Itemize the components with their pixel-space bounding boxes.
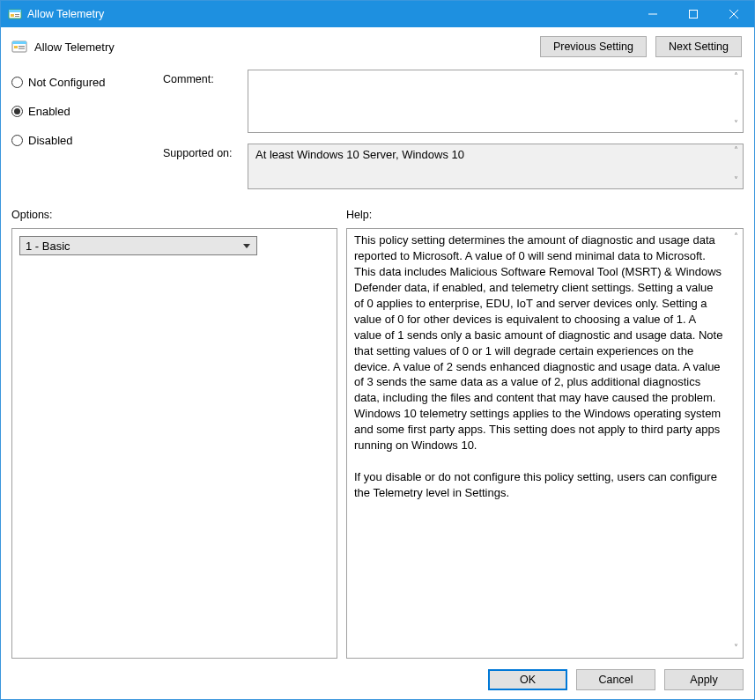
dropdown-value: 1 - Basic [26,239,70,253]
cancel-button[interactable]: Cancel [576,669,655,690]
maximize-button[interactable] [673,1,714,27]
button-row: OK Cancel Apply [11,659,744,690]
options-pane: 1 - Basic [11,228,337,659]
svg-rect-5 [690,11,698,18]
scroll-down-icon: ˅ [730,644,741,654]
help-text-p2: If you disable or do not configure this … [354,469,723,501]
radio-icon [11,77,23,88]
state-radio-group: Not Configured Enabled Disabled [11,70,163,189]
apply-button[interactable]: Apply [664,669,744,690]
app-icon [8,7,22,21]
radio-icon [11,135,23,146]
svg-rect-2 [11,14,14,17]
radio-not-configured[interactable]: Not Configured [11,76,163,89]
svg-rect-10 [19,48,25,49]
radio-label: Disabled [28,134,73,147]
window-title: Allow Telemetry [27,8,633,20]
upper-grid: Not Configured Enabled Disabled Comment:… [11,70,744,189]
supported-on-field: ˄ ˅ At least Windows 10 Server, Windows … [248,144,744,189]
minimize-button[interactable] [633,1,673,27]
policy-title: Allow Telemetry [34,41,540,54]
comment-label: Comment: [163,70,248,85]
scroll-down-icon: ˅ [730,176,741,187]
radio-label: Enabled [28,105,70,118]
radio-disabled[interactable]: Disabled [11,134,163,147]
radio-enabled[interactable]: Enabled [11,105,163,118]
options-label: Options: [11,209,346,221]
svg-rect-7 [12,41,26,44]
next-setting-button[interactable]: Next Setting [655,36,742,57]
scroll-down-icon: ˅ [730,120,741,130]
scroll-up-icon: ˄ [730,232,741,243]
lower-panes: 1 - Basic ˄ ˅ This policy setting determ… [11,228,744,659]
svg-rect-4 [15,16,19,17]
header-row: Allow Telemetry Previous Setting Next Se… [11,36,744,57]
comment-field[interactable]: ˄ ˅ [248,70,744,133]
svg-rect-1 [9,10,21,12]
policy-icon [11,39,27,55]
scroll-up-icon: ˄ [730,72,741,83]
telemetry-level-dropdown[interactable]: 1 - Basic [19,236,257,255]
radio-label: Not Configured [28,76,105,89]
svg-rect-9 [19,46,25,47]
chevron-down-icon [241,244,253,248]
close-button[interactable] [714,1,754,27]
svg-rect-8 [14,46,18,48]
previous-setting-button[interactable]: Previous Setting [540,36,647,57]
scroll-up-icon: ˄ [730,146,741,157]
client-area: Allow Telemetry Previous Setting Next Se… [1,27,754,699]
titlebar: Allow Telemetry [1,1,754,27]
ok-button[interactable]: OK [488,669,567,690]
supported-on-label: Supported on: [163,144,248,159]
dialog-window: Allow Telemetry Allow Telemetry [0,0,755,700]
radio-icon [11,106,23,117]
help-label: Help: [346,209,744,221]
help-text-p1: This policy setting determines the amoun… [354,232,723,453]
help-pane: ˄ ˅ This policy setting determines the a… [346,228,744,659]
svg-rect-3 [15,14,19,15]
mid-labels: Options: Help: [11,209,744,221]
supported-on-value: At least Windows 10 Server, Windows 10 [255,148,464,161]
